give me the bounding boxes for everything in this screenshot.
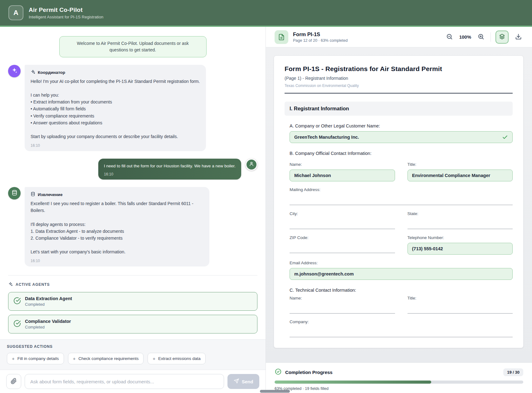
zoom-level: 100% [459, 34, 471, 40]
technical-title-label: Title: [408, 296, 513, 300]
technical-title-field[interactable] [408, 303, 513, 314]
state-field[interactable] [408, 218, 513, 229]
zoom-out-button[interactable] [445, 32, 455, 42]
chat-divider [8, 275, 257, 276]
technical-company-field[interactable] [290, 327, 513, 337]
agent-card-text: Compliance Validator Completed [25, 319, 71, 329]
suggested-action-label: Fill in company details [17, 356, 59, 361]
official-title-group: Title: Environmental Compliance Manager [408, 162, 513, 181]
field-a-label: A. Company or Other Legal Customer Name: [290, 123, 513, 128]
app-subtitle: Intelligent Assistant for PI-1S Registra… [29, 15, 103, 19]
official-name-field[interactable]: Michael Johnson [290, 170, 395, 181]
chat-input[interactable] [25, 374, 224, 389]
app-title: Air Permit Co-Pilot [29, 7, 103, 13]
suggested-actions-section: SUGGESTED ACTIONS + Fill in company deta… [0, 339, 266, 370]
form-page-status: Page 12 of 20 · 63% completed [293, 38, 348, 43]
progress-bar-track [275, 381, 523, 384]
field-c-label: C. Technical Contact Information: [290, 288, 513, 293]
download-button[interactable] [513, 32, 523, 42]
suggested-actions-row: + Fill in company details + Check compli… [7, 353, 259, 364]
send-label: Send [242, 379, 253, 384]
official-title-value: Environmental Compliance Manager [412, 173, 491, 178]
agent-card-compliance-validator[interactable]: Compliance Validator Completed [8, 315, 257, 333]
document-title: Form PI-1S - Registrations for Air Stand… [285, 65, 513, 73]
extraction-sender: Извлечение [31, 192, 203, 197]
progress-count-badge: 19 / 30 [503, 368, 523, 376]
sender-name: Извлечение [38, 192, 62, 197]
attach-file-button[interactable] [6, 374, 21, 389]
sparkles-icon [31, 69, 35, 75]
send-icon [234, 378, 239, 385]
message-timestamp: 16:10 [31, 259, 203, 263]
user-bubble: I need to fill out the form for our Hous… [98, 159, 241, 180]
form-panel: Form PI-1S Page 12 of 20 · 63% completed… [266, 27, 532, 393]
sender-name: Координатор [38, 70, 65, 75]
plus-icon: + [12, 356, 15, 361]
city-field[interactable] [290, 218, 395, 229]
form-title: Form PI-1S [293, 31, 348, 37]
plus-icon: + [73, 356, 76, 361]
zip-label: ZIP Code: [290, 235, 395, 240]
company-name-field[interactable]: GreenTech Manufacturing Inc. [290, 131, 513, 143]
agent-status: Completed [25, 302, 72, 307]
mailing-address-field[interactable] [290, 194, 513, 205]
title-label: Title: [408, 162, 513, 167]
active-agents-label: ACTIVE AGENTS [16, 282, 50, 287]
coordinator-message: Координатор Hello! I'm your AI co-pilot … [8, 65, 257, 151]
zip-field[interactable] [290, 242, 395, 253]
contact-name-title-row: Name: Michael Johnson Title: Environment… [290, 162, 513, 181]
check-circle-icon [275, 368, 282, 376]
name-label: Name: [290, 162, 395, 167]
coordinator-sender: Координатор [31, 69, 200, 75]
email-value: m.johnson@greentech.com [294, 271, 354, 276]
mailing-address-group: Mailing Address: [290, 187, 513, 205]
chat-panel: Welcome to Air Permit Co-Pilot. Upload d… [0, 27, 266, 393]
message-text: Hello! I'm your AI co-pilot for completi… [31, 78, 200, 140]
email-field[interactable]: m.johnson@greentech.com [290, 268, 513, 280]
agent-card-data-extraction[interactable]: Data Extraction Agent Completed [8, 292, 257, 311]
layers-toggle-button[interactable] [495, 31, 509, 44]
suggested-action-label: Extract emissions data [158, 356, 201, 361]
state-group: State: [408, 211, 513, 229]
checkmark-icon [502, 134, 508, 140]
user-message: I need to fill out the form for our Hous… [8, 159, 257, 180]
technical-name-title-row: Name: Title: [290, 296, 513, 314]
city-group: City: [290, 211, 395, 229]
form-fields: A. Company or Other Legal Customer Name:… [285, 123, 513, 337]
send-button[interactable]: Send [227, 374, 259, 389]
completion-progress-section: Completion Progress 19 / 30 63% complete… [266, 362, 532, 393]
coordinator-avatar [8, 65, 21, 77]
phone-field[interactable]: (713) 555-0142 [408, 243, 513, 255]
form-document: Form PI-1S - Registrations for Air Stand… [274, 55, 524, 348]
form-header: Form PI-1S Page 12 of 20 · 63% completed… [266, 27, 532, 47]
app-logo: A [8, 5, 23, 20]
document-page-label: (Page 1) - Registrant Information [285, 76, 513, 81]
official-title-field[interactable]: Environmental Compliance Manager [408, 170, 513, 181]
city-label: City: [290, 211, 395, 216]
suggested-action-fill-company-details[interactable]: + Fill in company details [7, 353, 64, 364]
form-header-actions: 100% [445, 31, 523, 44]
zoom-in-button[interactable] [476, 32, 486, 42]
official-name-value: Michael Johnson [294, 173, 331, 178]
sparkles-icon [11, 67, 17, 75]
message-text: I need to fill out the form for our Hous… [104, 163, 236, 169]
user-avatar [246, 159, 257, 170]
sparkles-icon [8, 282, 13, 287]
agent-name: Data Extraction Agent [25, 296, 72, 301]
suggested-action-check-compliance[interactable]: + Check compliance requirements [68, 353, 144, 364]
suggested-actions-heading: SUGGESTED ACTIONS [7, 344, 259, 349]
city-state-row: City: State: [290, 211, 513, 229]
form-viewer: Form PI-1S - Registrations for Air Stand… [266, 47, 532, 362]
database-icon [12, 190, 17, 197]
horizontal-scrollbar[interactable] [260, 390, 290, 393]
database-icon [31, 192, 35, 197]
zoom-in-icon [478, 33, 484, 41]
extraction-message: Извлечение Excellent! I see you need to … [8, 187, 257, 266]
technical-name-field[interactable] [290, 303, 395, 314]
suggested-action-extract-emissions[interactable]: + Extract emissions data [148, 353, 206, 364]
extraction-bubble: Извлечение Excellent! I see you need to … [25, 187, 209, 266]
app-root: A Air Permit Co-Pilot Intelligent Assist… [0, 0, 532, 393]
document-agency: Texas Commission on Environmental Qualit… [285, 84, 513, 88]
document-rule [285, 93, 513, 93]
plus-icon: + [153, 356, 155, 361]
